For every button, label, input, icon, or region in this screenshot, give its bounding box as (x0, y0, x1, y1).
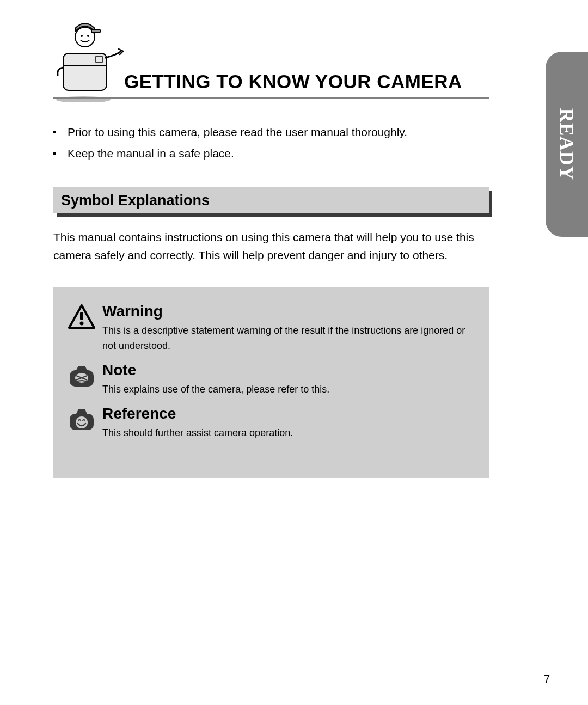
page-title: GETTING TO KNOW YOUR CAMERA (124, 71, 462, 93)
symbol-title: Reference (102, 405, 475, 422)
symbol-title: Note (102, 361, 475, 379)
side-tab-label: READY (555, 108, 578, 180)
intro-list: Prior to using this camera, please read … (53, 122, 489, 164)
side-tab: READY (546, 52, 588, 237)
section-paragraph: This manual contains instructions on usi… (53, 229, 489, 264)
header-rule (53, 97, 489, 99)
symbol-definitions-box: Warning This is a descriptive statement … (53, 287, 489, 478)
svg-rect-7 (91, 29, 100, 33)
section-heading-text: Symbol Explanations (61, 192, 210, 209)
symbol-desc: This is a descriptive statement warning … (102, 323, 475, 354)
symbol-item-reference: Reference This should further assist cam… (68, 405, 475, 441)
manual-page: READY (0, 0, 588, 705)
bullet-icon (53, 143, 68, 164)
intro-text: Keep the manual in a safe place. (68, 143, 234, 164)
warning-triangle-icon (68, 303, 102, 354)
section-heading: Symbol Explanations (53, 187, 489, 217)
list-item: Keep the manual in a safe place. (53, 143, 489, 164)
svg-rect-8 (80, 312, 83, 320)
symbol-desc: This should further assist camera operat… (102, 426, 475, 441)
camera-reference-icon (68, 405, 102, 441)
page-header: GETTING TO KNOW YOUR CAMERA (53, 15, 489, 102)
svg-point-6 (87, 35, 89, 37)
bullet-icon (53, 122, 68, 143)
symbol-item-note: Note This explains use of the camera, pl… (68, 361, 475, 397)
svg-point-5 (81, 35, 83, 37)
mascot-illustration (53, 15, 124, 102)
svg-rect-1 (63, 53, 107, 90)
svg-point-9 (80, 322, 84, 326)
symbol-item-warning: Warning This is a descriptive statement … (68, 303, 475, 354)
page-number: 7 (544, 673, 550, 685)
symbol-desc: This explains use of the camera, please … (102, 382, 475, 397)
section-heading-bar: Symbol Explanations (53, 187, 489, 213)
intro-text: Prior to using this camera, please read … (68, 122, 407, 143)
svg-point-13 (76, 416, 88, 428)
list-item: Prior to using this camera, please read … (53, 122, 489, 143)
camera-note-icon (68, 361, 102, 397)
symbol-title: Warning (102, 303, 475, 320)
